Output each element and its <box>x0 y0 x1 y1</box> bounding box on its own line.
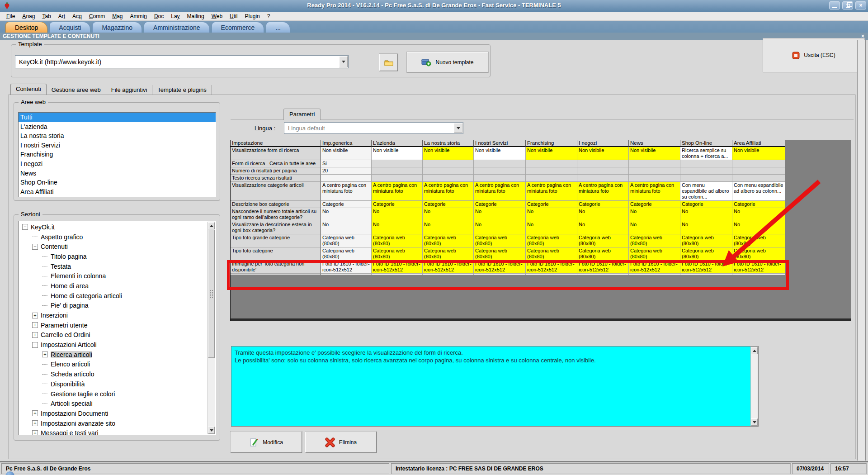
info-box-scrollbar[interactable] <box>750 347 758 426</box>
menu-item-item[interactable]: ? <box>264 13 274 19</box>
table-cell[interactable]: No <box>321 208 372 221</box>
collapse-minus-icon[interactable]: − <box>32 244 38 250</box>
table-column-header-i-negozi[interactable]: I negozi <box>577 140 629 147</box>
table-cell[interactable]: No <box>680 208 732 221</box>
tree-node-articoli-speciali[interactable]: Articoli speciali <box>19 399 216 408</box>
list-item-tutti[interactable]: Tutti <box>19 113 216 122</box>
tree-node-contenuti[interactable]: −Contenuti <box>19 242 216 252</box>
table-cell[interactable]: Categoria web (80x80) <box>372 234 423 247</box>
table-cell[interactable]: Si <box>321 160 372 167</box>
table-cell[interactable]: Categoria web (80x80) <box>321 247 372 261</box>
table-cell[interactable] <box>423 175 474 182</box>
menu-item-web[interactable]: Web <box>208 13 226 19</box>
table-cell[interactable]: Categoria web (80x80) <box>423 247 474 261</box>
workspace-tab-desktop[interactable]: Desktop <box>5 22 47 33</box>
tree-node-inserzioni[interactable]: +Inserzioni <box>19 310 216 320</box>
table-cell[interactable] <box>474 274 526 275</box>
workspace-tab-amministrazione[interactable]: Amministrazione <box>144 22 209 33</box>
modifica-button[interactable]: Modifica <box>231 432 302 453</box>
table-cell[interactable] <box>321 274 372 275</box>
menu-item-ammin[interactable]: Ammin <box>127 13 151 19</box>
workspace-tab-item[interactable]: ... <box>266 22 290 33</box>
table-column-header-l-azienda[interactable]: L'azienda <box>372 140 423 147</box>
table-cell[interactable] <box>577 160 629 167</box>
tree-node-home-di-categoria-articoli[interactable]: Home di categoria articoli <box>19 291 216 301</box>
table-cell[interactable] <box>526 160 577 167</box>
table-column-header-i-nostri-servizi[interactable]: I nostri Servizi <box>474 140 526 147</box>
template-combobox[interactable]: KeyOk.it (http://www.keyok.it) <box>15 55 349 68</box>
table-cell[interactable]: Categorie <box>372 201 423 208</box>
parametri-table[interactable]: ImpostazioneImp.genericaL'aziendaLa nost… <box>231 140 785 275</box>
table-cell[interactable]: Categoria web (80x80) <box>629 234 680 247</box>
nuovo-template-button[interactable]: Nuovo template <box>407 52 488 72</box>
table-cell[interactable]: 20 <box>321 167 372 175</box>
list-item-shop-on-line[interactable]: Shop On-line <box>19 178 216 187</box>
table-cell[interactable]: Non visibile <box>577 147 629 160</box>
tree-node-parametri-utente[interactable]: +Parametri utente <box>19 320 216 330</box>
table-row-label[interactable] <box>231 274 321 275</box>
table-cell[interactable] <box>680 175 732 182</box>
open-template-folder-button[interactable] <box>379 54 398 71</box>
table-cell[interactable] <box>526 175 577 182</box>
table-cell[interactable] <box>372 160 423 167</box>
scroll-up-button[interactable] <box>751 347 758 354</box>
tree-node-gestione-taglie-e-colori[interactable]: Gestione taglie e colori <box>19 389 216 399</box>
table-cell[interactable]: Non visibile <box>321 147 372 160</box>
table-cell[interactable] <box>423 167 474 175</box>
workspace-tab-ecommerce[interactable]: Ecommerce <box>212 22 264 33</box>
table-cell[interactable] <box>321 175 372 182</box>
table-cell[interactable]: Non visibile <box>372 147 423 160</box>
table-cell[interactable] <box>526 274 577 275</box>
menu-item-lay[interactable]: Lay <box>167 13 183 19</box>
tab-template-e-plugins[interactable]: Template e plugins <box>152 85 212 95</box>
table-cell[interactable]: Foto ID 1610 - folder-icon-512x512 <box>321 261 372 274</box>
table-cell[interactable]: Categoria web (80x80) <box>732 234 785 247</box>
expand-plus-icon[interactable]: + <box>42 352 48 357</box>
table-cell[interactable]: Categorie <box>321 201 372 208</box>
menu-item-art[interactable]: Art <box>55 13 69 19</box>
table-cell[interactable]: No <box>732 221 785 234</box>
table-cell[interactable]: Foto ID 1610 - folder-icon-512x512 <box>732 261 785 274</box>
table-cell[interactable]: Foto ID 1610 - folder-icon-512x512 <box>629 261 680 274</box>
table-cell[interactable] <box>372 167 423 175</box>
table-cell[interactable] <box>474 175 526 182</box>
table-column-header-imp-generica[interactable]: Imp.generica <box>321 140 372 147</box>
tree-node-carrello-ed-ordini[interactable]: +Carrello ed Ordini <box>19 330 216 340</box>
tree-node-impostazioni-articoli[interactable]: −Impostazioni Articoli <box>19 340 216 350</box>
expand-plus-icon[interactable]: + <box>32 313 38 318</box>
collapse-minus-icon[interactable]: − <box>22 224 28 230</box>
table-cell[interactable]: No <box>474 221 526 234</box>
tree-node-home-di-area[interactable]: Home di area <box>19 281 216 291</box>
menu-item-plugin[interactable]: Plugin <box>241 13 263 19</box>
table-cell[interactable]: Non visibile <box>423 147 474 160</box>
table-cell[interactable]: No <box>423 208 474 221</box>
table-cell[interactable]: Foto ID 1610 - folder-icon-512x512 <box>423 261 474 274</box>
table-cell[interactable]: A centro pagina con miniatura foto <box>629 182 680 201</box>
table-cell[interactable]: Categoria web (80x80) <box>526 247 577 261</box>
table-cell[interactable]: Categorie <box>629 201 680 208</box>
table-cell[interactable]: Con menu espandibile ad albero su colonn… <box>732 182 785 201</box>
menu-item-anag[interactable]: Anag <box>19 13 38 19</box>
table-cell[interactable]: A centro pagina con miniatura foto <box>526 182 577 201</box>
table-cell[interactable] <box>423 160 474 167</box>
table-cell[interactable] <box>680 160 732 167</box>
table-cell[interactable] <box>474 160 526 167</box>
table-cell[interactable]: Categoria web (80x80) <box>577 247 629 261</box>
table-cell[interactable]: A centro pagina con miniatura foto <box>372 182 423 201</box>
scroll-down-button[interactable] <box>208 427 215 434</box>
table-cell[interactable]: No <box>577 208 629 221</box>
table-cell[interactable]: Categoria web (80x80) <box>732 247 785 261</box>
table-cell[interactable]: Categoria web (80x80) <box>629 247 680 261</box>
table-cell[interactable]: Categorie <box>474 201 526 208</box>
list-item-la-nostra-storia[interactable]: La nostra storia <box>19 131 216 141</box>
table-cell[interactable]: Categoria web (80x80) <box>526 234 577 247</box>
tree-node-testata[interactable]: Testata <box>19 261 216 271</box>
tree-node-ricerca-articoli[interactable]: +Ricerca articoli <box>19 350 216 360</box>
menu-item-mailing[interactable]: Mailing <box>184 13 208 19</box>
table-row-label[interactable]: Tipo foto categorie <box>231 247 321 261</box>
collapse-minus-icon[interactable]: − <box>32 342 38 348</box>
lingua-combobox[interactable]: Lingua default <box>284 122 463 134</box>
list-item-i-nostri-servizi[interactable]: I nostri Servizi <box>19 141 216 150</box>
tree-node-elementi-in-colonna[interactable]: Elementi in colonna <box>19 271 216 281</box>
table-cell[interactable]: No <box>423 221 474 234</box>
